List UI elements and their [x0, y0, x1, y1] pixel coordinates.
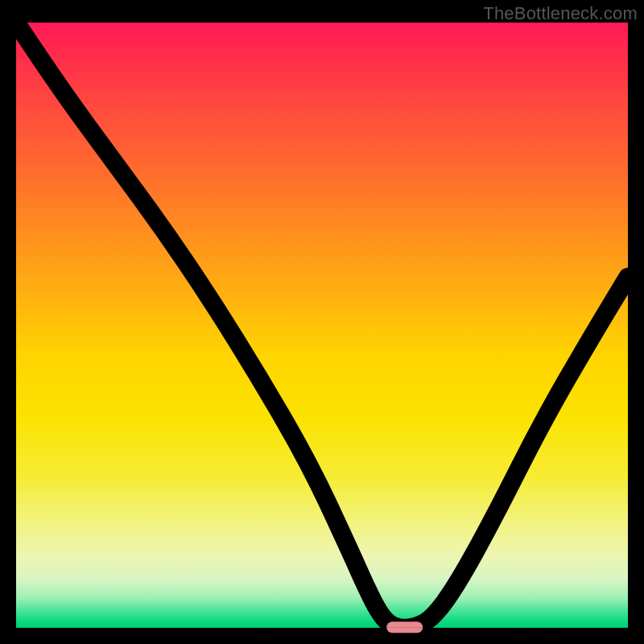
baseline — [16, 627, 628, 628]
plot-area — [16, 23, 628, 628]
attribution-label: TheBottleneck.com — [483, 3, 638, 24]
chart-frame: TheBottleneck.com — [0, 0, 644, 644]
plot-inner — [16, 23, 628, 628]
bottleneck-curve — [16, 23, 628, 628]
